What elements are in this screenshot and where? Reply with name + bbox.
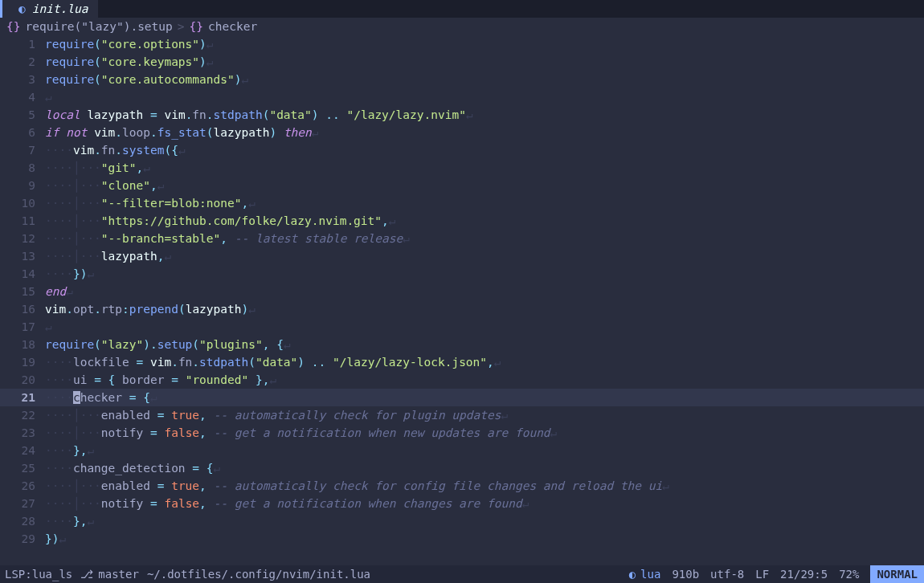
code-content: ····})↵ [45,265,924,283]
code-content: ····vim.fn.system({↵ [45,141,924,159]
code-content: require("lazy").setup("plugins", {↵ [45,336,924,353]
code-line[interactable]: 4↵ [0,88,924,106]
winbar-brace-icon: {} [6,18,20,35]
code-line[interactable]: 25····change_detection = {↵ [0,459,924,477]
file-format: LF [755,565,769,583]
code-content: vim.opt.rtp:prepend(lazypath)↵ [45,300,924,318]
code-content: ····checker = {↵ [45,389,924,406]
code-content: ····},↵ [45,512,924,530]
line-number: 16 [0,300,45,318]
code-line[interactable]: 20····ui = { border = "rounded" },↵ [0,371,924,389]
line-number: 18 [0,336,45,353]
line-number: 9 [0,177,45,194]
branch-name: master [98,565,139,583]
code-content: ····│···"https://github.com/folke/lazy.n… [45,212,924,230]
winbar-brace-icon: {} [190,18,203,35]
code-line[interactable]: 13····│···lazypath,↵ [0,247,924,265]
code-line[interactable]: 22····│···enabled = true, -- automatical… [0,406,924,424]
line-number: 6 [0,124,45,141]
code-line[interactable]: 2require("core.keymaps")↵ [0,53,924,71]
code-content: ····│···enabled = true, -- automatically… [45,406,924,424]
code-line[interactable]: 5local lazypath = vim.fn.stdpath("data")… [0,106,924,124]
line-number: 1 [0,35,45,53]
code-content: ····│···"clone",↵ [45,177,924,194]
file-path: ~/.dotfiles/.config/nvim/init.lua [147,565,370,583]
line-number: 28 [0,512,45,530]
lua-icon: ◐ [18,0,26,18]
code-line[interactable]: 16vim.opt.rtp:prepend(lazypath)↵ [0,300,924,318]
code-content: ····│···notify = false, -- get a notific… [45,424,924,442]
code-line[interactable]: 3require("core.autocommands")↵ [0,71,924,88]
code-line[interactable]: 29})↵ [0,530,924,548]
line-number: 4 [0,88,45,106]
code-line[interactable]: 11····│···"https://github.com/folke/lazy… [0,212,924,230]
line-number: 7 [0,141,45,159]
editor-area[interactable]: 1require("core.options")↵2require("core.… [0,35,924,565]
code-content: local lazypath = vim.fn.stdpath("data") … [45,106,924,124]
code-content: ····│···lazypath,↵ [45,247,924,265]
tab-filename: init.lua [32,0,88,18]
code-line[interactable]: 14····})↵ [0,265,924,283]
line-number: 13 [0,247,45,265]
code-line[interactable]: 19····lockfile = vim.fn.stdpath("data") … [0,353,924,371]
winbar-segment: require("lazy").setup [25,18,172,35]
line-number: 26 [0,477,45,495]
line-number: 21 [0,389,45,406]
code-line[interactable]: 21····checker = {↵ [0,389,924,406]
line-number: 23 [0,424,45,442]
lsp-status: LSP:lua_ls [5,565,72,583]
code-line[interactable]: 26····│···enabled = true, -- automatical… [0,477,924,495]
code-content: require("core.autocommands")↵ [45,71,924,88]
statusline: LSP:lua_ls ⎇ master ~/.dotfiles/.config/… [0,565,924,583]
code-content: ····│···notify = false, -- get a notific… [45,495,924,512]
line-number: 29 [0,530,45,548]
code-content: ····│···"--branch=stable", -- latest sta… [45,230,924,247]
code-line[interactable]: 7····vim.fn.system({↵ [0,141,924,159]
code-content: ····ui = { border = "rounded" },↵ [45,371,924,389]
code-line[interactable]: 8····│···"git",↵ [0,159,924,177]
line-number: 2 [0,53,45,71]
line-number: 25 [0,459,45,477]
scroll-percent: 72% [839,565,859,583]
code-line[interactable]: 27····│···notify = false, -- get a notif… [0,495,924,512]
code-content: ····change_detection = {↵ [45,459,924,477]
code-line[interactable]: 17↵ [0,318,924,336]
line-number: 8 [0,159,45,177]
tab-active[interactable]: ◐ init.lua [0,0,98,18]
code-line[interactable]: 24····},↵ [0,442,924,459]
code-content: end↵ [45,283,924,300]
line-number: 11 [0,212,45,230]
code-content: ↵ [45,318,924,336]
line-number: 14 [0,265,45,283]
code-line[interactable]: 12····│···"--branch=stable", -- latest s… [0,230,924,247]
code-content: ····},↵ [45,442,924,459]
code-content: ····│···enabled = true, -- automatically… [45,477,924,495]
code-content: ····│···"git",↵ [45,159,924,177]
code-line[interactable]: 10····│···"--filter=blob:none",↵ [0,194,924,212]
code-line[interactable]: 15end↵ [0,283,924,300]
chevron-icon: > [178,18,185,35]
git-branch: ⎇ master [80,565,139,583]
code-line[interactable]: 6if not vim.loop.fs_stat(lazypath) then↵ [0,124,924,141]
tab-bar: ◐ init.lua [0,0,924,18]
line-number: 10 [0,194,45,212]
branch-icon: ⎇ [80,565,93,583]
lua-icon: ◐ [629,565,636,583]
code-line[interactable]: 28····},↵ [0,512,924,530]
code-line[interactable]: 18require("lazy").setup("plugins", {↵ [0,336,924,353]
filetype-label: lua [640,565,660,583]
line-number: 24 [0,442,45,459]
code-content: })↵ [45,530,924,548]
code-content: ↵ [45,88,924,106]
line-number: 15 [0,283,45,300]
file-encoding: utf-8 [710,565,744,583]
code-content: ····lockfile = vim.fn.stdpath("data") ..… [45,353,924,371]
file-size: 910b [672,565,699,583]
code-line[interactable]: 23····│···notify = false, -- get a notif… [0,424,924,442]
code-line[interactable]: 9····│···"clone",↵ [0,177,924,194]
winbar: {} require("lazy").setup > {} checker [0,18,924,35]
code-line[interactable]: 1require("core.options")↵ [0,35,924,53]
code-content: ····│···"--filter=blob:none",↵ [45,194,924,212]
line-number: 3 [0,71,45,88]
cursor-position: 21/29:5 [780,565,828,583]
